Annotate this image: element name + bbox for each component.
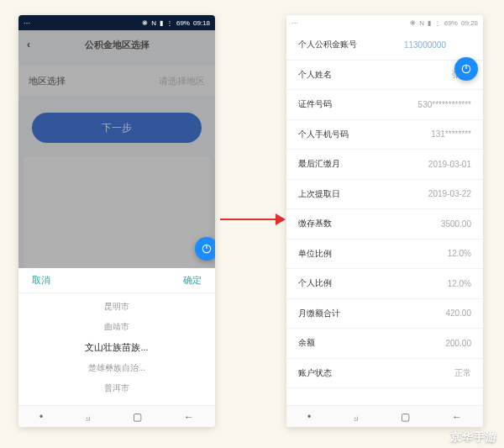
detail-value: 2019-03-22 bbox=[428, 189, 471, 198]
bt-icon: ❋ bbox=[410, 19, 416, 27]
detail-row: 月缴额合计420.00 bbox=[286, 299, 483, 329]
power-icon bbox=[201, 243, 213, 255]
nfc-icon: N bbox=[151, 19, 156, 27]
detail-row: 个人公积金账号 113000000 bbox=[286, 30, 483, 61]
nav-dot-icon[interactable]: • bbox=[39, 411, 43, 423]
nav-recent-icon[interactable]: ⟓ bbox=[85, 411, 91, 423]
detail-label: 上次提取日 bbox=[298, 188, 340, 200]
detail-value: 530************ bbox=[418, 100, 471, 109]
detail-label: 余额 bbox=[298, 337, 315, 349]
detail-row: 最后汇缴月2019-03-01 bbox=[286, 150, 483, 180]
picker-item[interactable]: 普洱市 bbox=[18, 378, 215, 398]
power-fab[interactable] bbox=[454, 57, 478, 81]
status-icon: ⋯ bbox=[291, 19, 298, 27]
nav-bar: • ⟓ ▢ ← bbox=[286, 405, 483, 427]
nav-bar: • ⟓ ▢ ← bbox=[18, 405, 215, 427]
status-bar: ⋯ ❋ N ▮ ⋮ 69% 09:28 bbox=[286, 15, 483, 30]
detail-label: 月缴额合计 bbox=[298, 308, 340, 319]
nfc-icon: N bbox=[419, 19, 424, 27]
detail-value: 3500.00 bbox=[441, 219, 471, 229]
nav-home-icon[interactable]: ▢ bbox=[401, 411, 410, 423]
detail-row: 单位比例12.0% bbox=[286, 240, 483, 270]
picker-item-selected[interactable]: 文山壮族苗族... bbox=[18, 337, 215, 358]
picker-item[interactable]: 昆明市 bbox=[18, 297, 215, 317]
time-text: 09:18 bbox=[193, 19, 210, 27]
detail-value: 113000000 bbox=[404, 40, 471, 50]
detail-label: 证件号码 bbox=[298, 98, 332, 110]
wifi-icon: ⋮ bbox=[434, 19, 441, 27]
detail-row: 上次提取日2019-03-22 bbox=[286, 180, 483, 210]
nav-dot-icon[interactable]: • bbox=[307, 411, 311, 423]
detail-label: 最后汇缴月 bbox=[298, 158, 340, 170]
phone-left: ⋯ ❋ N ▮ ⋮ 69% 09:18 ‹ 公积金地区选择 地区选择 请选择地区… bbox=[18, 15, 215, 427]
detail-value: 12.0% bbox=[448, 249, 471, 258]
bt-icon: ❋ bbox=[142, 19, 148, 27]
detail-row: 账户状态正常 bbox=[286, 359, 483, 389]
detail-row: 余额200.00 bbox=[286, 329, 483, 359]
detail-list: 个人公积金账号 113000000 个人姓名张XX 证件号码530*******… bbox=[286, 30, 483, 405]
detail-value: 2019-03-01 bbox=[428, 160, 471, 169]
status-bar: ⋯ ❋ N ▮ ⋮ 69% 09:18 bbox=[18, 15, 215, 30]
picker-item[interactable]: 楚雄彝族自治... bbox=[18, 358, 215, 378]
picker-list[interactable]: 昆明市 曲靖市 文山壮族苗族... 楚雄彝族自治... 普洱市 bbox=[18, 293, 215, 402]
detail-label: 单位比例 bbox=[298, 248, 332, 260]
detail-label: 账户状态 bbox=[298, 367, 332, 379]
picker-item[interactable]: 曲靖市 bbox=[18, 317, 215, 337]
battery-text: 69% bbox=[444, 19, 458, 27]
detail-row: 个人手机号码131******** bbox=[286, 120, 483, 150]
sig-icon: ▮ bbox=[160, 19, 163, 27]
detail-label: 个人姓名 bbox=[298, 69, 332, 81]
picker-cancel[interactable]: 取消 bbox=[32, 274, 50, 287]
phone-right: ⋯ ❋ N ▮ ⋮ 69% 09:28 个人公积金账号 113000000 个人… bbox=[286, 15, 483, 427]
nav-back-icon[interactable]: ← bbox=[452, 411, 462, 423]
detail-value: 420.00 bbox=[445, 308, 471, 318]
detail-value: 131******** bbox=[431, 129, 471, 139]
power-fab[interactable] bbox=[195, 237, 215, 261]
detail-row: 证件号码530************ bbox=[286, 90, 483, 120]
left-content: ‹ 公积金地区选择 地区选择 请选择地区 下一步 取消 bbox=[18, 30, 215, 405]
watermark: 京华手游 bbox=[450, 430, 497, 445]
detail-value: 200.00 bbox=[445, 339, 471, 348]
picker-confirm[interactable]: 确定 bbox=[183, 274, 202, 287]
battery-text: 69% bbox=[176, 19, 190, 27]
nav-home-icon[interactable]: ▢ bbox=[133, 411, 142, 423]
nav-back-icon[interactable]: ← bbox=[184, 411, 194, 423]
detail-row: 个人比例12.0% bbox=[286, 269, 483, 299]
nav-recent-icon[interactable]: ⟓ bbox=[353, 411, 359, 423]
region-picker: 取消 确定 昆明市 曲靖市 文山壮族苗族... 楚雄彝族自治... 普洱市 bbox=[18, 268, 215, 405]
detail-label: 个人比例 bbox=[298, 277, 332, 289]
sig-icon: ▮ bbox=[428, 19, 431, 27]
detail-label: 个人手机号码 bbox=[298, 129, 349, 140]
power-icon bbox=[460, 63, 472, 75]
time-text: 09:28 bbox=[461, 19, 478, 27]
wifi-icon: ⋮ bbox=[166, 19, 173, 27]
arrow-icon bbox=[220, 213, 286, 225]
detail-value: 12.0% bbox=[448, 279, 471, 288]
detail-label: 缴存基数 bbox=[298, 218, 332, 229]
detail-label: 个人公积金账号 bbox=[298, 39, 357, 50]
status-icon: ⋯ bbox=[24, 19, 30, 27]
detail-row: 缴存基数3500.00 bbox=[286, 209, 483, 240]
detail-row: 个人姓名张XX bbox=[286, 61, 483, 91]
detail-value: 正常 bbox=[454, 367, 471, 379]
